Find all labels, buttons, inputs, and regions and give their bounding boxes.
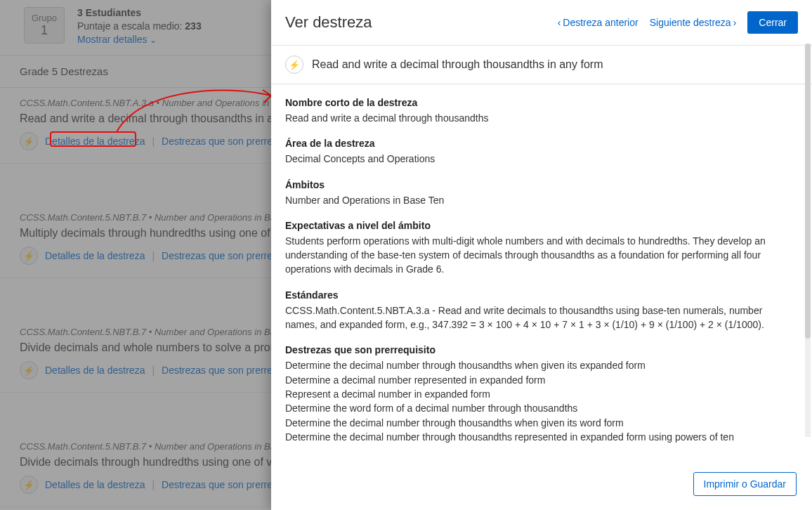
estandares-value: CCSS.Math.Content.5.NBT.A.3.a - Read and… [285,303,792,332]
prereq-item: Determine the decimal number through tho… [285,430,792,444]
prereq-item: Determine a decimal number represented i… [285,373,792,387]
prereq-item: Determine the decimal number through tho… [285,416,792,430]
close-button[interactable]: Cerrar [747,11,798,34]
prev-skill-label: Destreza anterior [563,17,638,28]
area-value: Decimal Concepts and Operations [285,152,792,166]
next-skill-link[interactable]: Siguiente destreza › [650,17,737,28]
short-name-value: Read and write a decimal through thousan… [285,111,792,125]
chevron-right-icon: › [733,17,737,28]
scrollbar-thumb[interactable] [805,44,811,339]
estandares-label: Estándares [285,289,792,301]
prereq-item: Represent a decimal number in expanded f… [285,387,792,401]
short-name-label: Nombre corto de la destreza [285,97,792,108]
print-save-button[interactable]: Imprimir o Guardar [693,472,797,496]
area-label: Área de la destreza [285,138,792,149]
prev-skill-link[interactable]: ‹ Destreza anterior [558,17,639,28]
expectativas-label: Expectativas a nivel del ámbito [285,220,792,231]
panel-title: Ver destreza [285,13,372,32]
skill-detail-panel: Ver destreza ‹ Destreza anterior Siguien… [271,0,812,510]
chevron-left-icon: ‹ [558,17,561,28]
expectativas-value: Students perform operations with multi-d… [285,234,792,277]
prereq-item: Determine the decimal number through tho… [285,358,792,372]
bolt-icon: ⚡ [285,55,303,74]
next-skill-label: Siguiente destreza [650,17,731,28]
ambitos-value: Number and Operations in Base Ten [285,193,792,207]
panel-subhead-text: Read and write a decimal through thousan… [312,58,603,71]
prereq-item: Determine the word form of a decimal num… [285,401,792,415]
prereq-label: Destrezas que son prerrequisito [285,344,792,355]
ambitos-label: Ámbitos [285,179,792,190]
